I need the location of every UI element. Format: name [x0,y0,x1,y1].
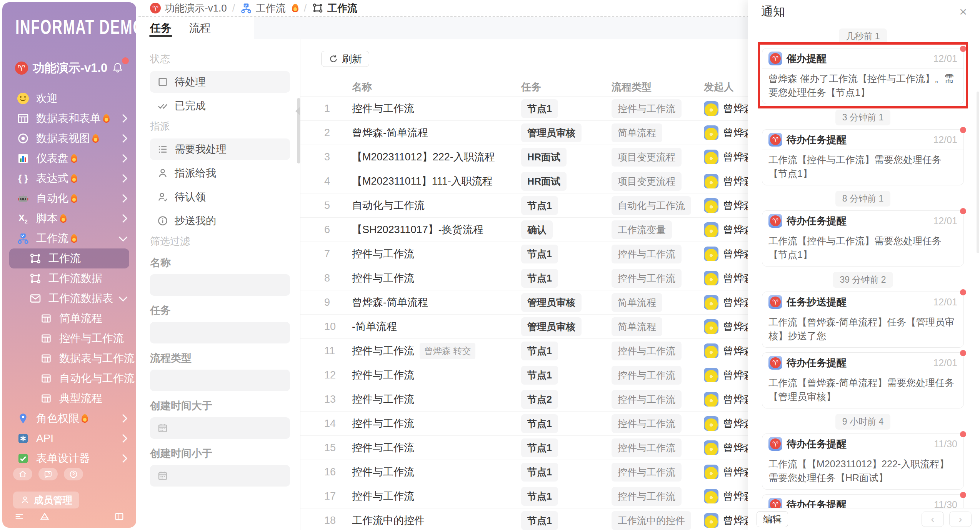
filter-item-已完成[interactable]: 已完成 [150,95,290,117]
notification-card[interactable]: ♈待办任务提醒11/30工作流【【M202311012】222-入职流程】需要您… [762,433,964,490]
sidebar-item-工作流数据[interactable]: 工作流数据 [2,268,136,288]
sidebar-item-工作流数据表[interactable]: 工作流数据表 [2,288,136,308]
tab-流程[interactable]: 流程 [189,17,211,39]
filter-item-抄送我的[interactable]: 抄送我的 [150,210,290,232]
tab-任务[interactable]: 任务 [150,17,172,39]
table-row[interactable]: 9曾烨森-简单流程管理员审核简单流程曾烨森 [300,290,748,314]
app-row[interactable]: ♈ 功能演示-v1.0 [2,60,136,76]
table-row[interactable]: 2曾烨森-简单流程管理员审核简单流程曾烨森 [300,120,748,145]
table-row[interactable]: 17控件与工作流节点1控件与工作流曾烨森 [300,484,748,508]
initiator-name: 曾烨森 [723,102,748,115]
sidebar-item-工作流[interactable]: 工作流 [9,248,129,268]
table-row[interactable]: 6【SH202311017】-换货流程确认工作流变量曾烨森 [300,217,748,242]
notification-card[interactable]: ♈待办任务提醒12/01工作流【曾烨森-简单流程】需要您处理任务【管理员审核】 [762,352,964,408]
row-name: 控件与工作流 [352,247,521,261]
next-page-button[interactable]: › [949,512,972,527]
refresh-button[interactable]: 刷新 [321,51,369,67]
sidebar-item-数据表和表单[interactable]: 数据表和表单 [2,108,136,128]
sidebar-item-控件与工作流[interactable]: 控件与工作流 [2,328,136,348]
chat-button[interactable] [38,468,58,480]
sidebar-item-API[interactable]: API [2,428,136,448]
breadcrumb-item-工作流[interactable]: 工作流 [312,2,357,15]
unread-dot [960,127,966,133]
hamburger-icon[interactable] [14,511,25,523]
notification-card[interactable]: ♈催办提醒12/01曾烨森 催办了工作流【控件与工作流】。需要您处理任务【节点1… [762,48,964,104]
help-button[interactable] [64,468,83,480]
table-row[interactable]: 10-简单流程管理员审核简单流程曾烨森 [300,314,748,338]
table-row[interactable]: 11控件与工作流曾烨森 转交节点1控件与工作流曾烨森 [300,338,748,363]
avatar [704,368,718,382]
filter-field-input-名称[interactable] [150,274,290,296]
table-row[interactable]: 15控件与工作流节点1控件与工作流曾烨森 [300,435,748,460]
breadcrumb-item-工作流[interactable]: 工作流 [240,2,298,15]
breadcrumb-item-功能演示-v1.0[interactable]: ♈功能演示-v1.0 [150,2,227,15]
sidebar-item-表单设计器[interactable]: 表单设计器 [2,448,136,468]
notification-scrollbar[interactable] [977,92,979,253]
table-row[interactable]: 8控件与工作流节点1控件与工作流曾烨森 [300,266,748,290]
row-number: 7 [300,248,352,260]
sidebar: INFORMAT DEMO ♈ 功能演示-v1.0 欢迎数据表和表单数据表视图仪… [2,2,136,528]
filter-field-input-创建时间大于[interactable] [150,417,290,439]
sidebar-item-简单流程[interactable]: 简单流程 [2,308,136,328]
sidebar-item-典型流程[interactable]: 典型流程 [2,388,136,408]
table-row[interactable]: 16控件与工作流节点1控件与工作流曾烨森 [300,460,748,484]
notification-card[interactable]: ♈待办任务提醒11/30工作流【【M202311011】111-入职流程】需要您… [762,494,964,508]
alert-triangle-icon[interactable] [39,511,50,523]
filter-item-需要我处理[interactable]: 需要我处理 [150,138,290,160]
table-row[interactable]: 4【M202311011】111-入职流程HR面试项目变更流程曾烨森 [300,169,748,193]
close-icon[interactable]: × [959,5,967,18]
filter-field-label: 流程类型 [150,351,290,365]
table-row[interactable]: 12控件与工作流节点1控件与工作流曾烨森 [300,363,748,387]
sidebar-item-脚本[interactable]: X2脚本 [2,208,136,228]
filter-field-input-创建时间小于[interactable] [150,465,290,487]
type-badge: 项目变更流程 [612,172,682,191]
avatar [704,440,718,455]
home-button[interactable] [13,468,32,480]
table-row[interactable]: 5自动化与工作流节点1自动化与工作流曾烨森 [300,193,748,217]
notification-date: 11/30 [934,499,957,509]
fire-icon [71,154,77,163]
notification-card[interactable]: ♈任务抄送提醒12/01工作流【曾烨森-简单流程】任务【管理员审核】抄送了您 [762,292,964,348]
filter-item-待认领[interactable]: 待认领 [150,186,290,208]
sidebar-item-自动化与工作流[interactable]: 自动化与工作流 [2,368,136,388]
filter-item-待处理[interactable]: 待处理 [150,71,290,93]
collapse-sidebar-icon[interactable] [114,511,125,523]
initiator-name: 曾烨森 [723,368,748,382]
sidebar-item-数据表与工作流[interactable]: 数据表与工作流 [2,348,136,368]
sidebar-item-工作流[interactable]: 工作流 [2,228,136,248]
sidebar-item-数据表视图[interactable]: 数据表视图 [2,128,136,148]
breadcrumb-separator: / [232,2,235,14]
initiator-name: 曾烨森 [723,441,748,455]
table-row[interactable]: 13控件与工作流节点2控件与工作流曾烨森 [300,387,748,411]
table-row[interactable]: 18工作流中的控件节点1工作流中的控件曾烨森 [300,508,748,530]
table-row[interactable]: 14控件与工作流节点1控件与工作流曾烨森 [300,411,748,435]
filter-field-input-任务[interactable] [150,322,290,343]
filter-field-label: 创建时间小于 [150,447,290,460]
edit-button[interactable]: 编辑 [757,511,788,527]
member-management-button[interactable]: 成员管理 [13,492,79,508]
notification-card[interactable]: ♈待办任务提醒12/01工作流【控件与工作流】需要您处理任务【节点1】 [762,129,964,185]
filter-item-指派给我[interactable]: 指派给我 [150,162,290,184]
avatar [704,489,718,503]
column-header[interactable]: 发起人 [704,80,748,94]
notification-card[interactable]: ♈待办任务提醒12/01工作流【控件与工作流】需要您处理任务【节点1】 [762,210,964,267]
table-row[interactable]: 7控件与工作流节点1控件与工作流曾烨森 [300,242,748,266]
initiator-name: 曾烨森 [723,392,748,406]
sidebar-item-自动化[interactable]: 自动化 [2,188,136,208]
bell-icon[interactable] [112,62,123,74]
row-name: 【M202311012】222-入职流程 [352,150,521,164]
sidebar-item-欢迎[interactable]: 欢迎 [2,88,136,108]
sidebar-item-角色权限[interactable]: 角色权限 [2,408,136,428]
column-header[interactable]: 任务 [521,80,612,94]
sidebar-item-表达式[interactable]: { }表达式 [2,168,136,188]
chevron-right-icon [119,134,128,143]
prev-page-button[interactable]: ‹ [922,512,944,527]
row-number: 15 [300,442,352,454]
filter-panel-collapse-handle[interactable] [295,107,300,115]
sidebar-item-仪表盘[interactable]: 仪表盘 [2,148,136,168]
column-header[interactable]: 名称 [352,80,521,94]
filter-field-input-流程类型[interactable] [150,370,290,391]
table-row[interactable]: 3【M202311012】222-入职流程HR面试项目变更流程曾烨森 [300,145,748,169]
table-row[interactable]: 1控件与工作流节点1控件与工作流曾烨森 [300,96,748,120]
column-header[interactable]: 流程类型 [612,80,704,94]
